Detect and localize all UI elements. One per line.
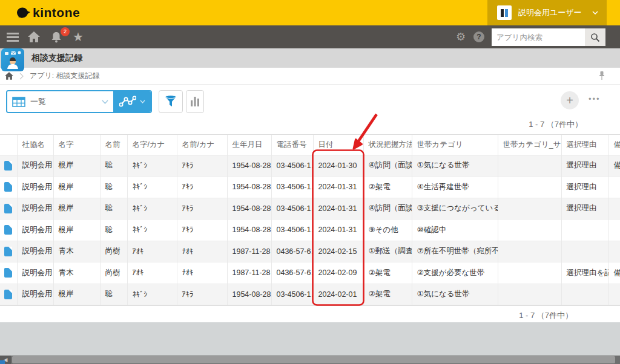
cell: 選択理由 <box>561 198 608 219</box>
table-row: 説明会用根岸聡ﾈｷﾞｼｱｷﾗ1954-08-2803-4506-1…2024-0… <box>0 284 620 305</box>
cell: 根岸 <box>53 284 100 305</box>
more-options-button[interactable]: ••• <box>589 94 601 103</box>
record-detail-icon[interactable] <box>4 204 12 213</box>
record-detail-icon[interactable] <box>4 182 12 192</box>
record-detail-icon[interactable] <box>4 225 12 235</box>
search-icon <box>590 33 600 42</box>
cell: 1987-11-28 <box>227 262 271 284</box>
cell: ②架電 <box>363 177 412 198</box>
home-icon[interactable] <box>23 31 45 42</box>
cell: 1987-11-28 <box>227 241 271 262</box>
cell: 備考 <box>608 262 620 284</box>
cell <box>608 284 620 305</box>
cell: 2024-01-31 <box>313 219 363 241</box>
column-header[interactable]: 備考 <box>608 135 620 155</box>
help-icon[interactable]: ? <box>472 25 486 48</box>
cell <box>608 177 620 198</box>
cell: 聡 <box>100 155 127 177</box>
cell <box>498 262 561 284</box>
bar-chart-icon <box>190 96 200 107</box>
column-header[interactable]: 世帯カテゴリ_サブ <box>498 135 561 155</box>
cell: 03-4506-1… <box>271 177 313 198</box>
cell: 説明会用 <box>17 284 53 305</box>
column-header[interactable]: 名字 <box>53 135 100 155</box>
table-row: 説明会用根岸聡ﾈｷﾞｼｱｷﾗ1954-08-2803-4506-1…2024-0… <box>0 198 620 219</box>
cell <box>498 177 561 198</box>
view-selector-group: 一覧 <box>6 90 152 113</box>
cell: 03-4506-1… <box>271 155 313 177</box>
cell <box>498 284 561 305</box>
cell: 2024-02-01 <box>313 284 363 305</box>
cell: 03-4506-1… <box>271 198 313 219</box>
column-header[interactable]: 生年月日 <box>227 135 271 155</box>
settings-gear-icon[interactable]: ⚙ <box>453 25 469 48</box>
top-header-bar: kintone 説明会用ユーザー <box>0 0 620 25</box>
column-header[interactable]: 選択理由 <box>561 135 608 155</box>
horizontal-scrollbar[interactable]: ◀ <box>0 356 620 364</box>
breadcrumb-app-link[interactable]: アプリ: 相談支援記録 <box>30 71 100 81</box>
record-detail-icon[interactable] <box>4 268 12 278</box>
cell <box>561 219 608 241</box>
cell: 選択理由 <box>561 155 608 177</box>
app-icon[interactable] <box>1 48 24 71</box>
cell <box>608 198 620 219</box>
breadcrumb: アプリ: 相談支援記録 <box>0 68 620 85</box>
record-count-bottom: 1 - 7 （7件中） <box>519 310 573 321</box>
graph-view-button[interactable] <box>113 91 151 112</box>
column-header[interactable]: 日付 <box>313 135 363 155</box>
record-icon-cell <box>0 241 17 262</box>
cell: 聡 <box>100 198 127 219</box>
record-detail-icon[interactable] <box>4 161 12 171</box>
cell: 03-4506-1… <box>271 219 313 241</box>
column-header[interactable]: 名前/カナ <box>177 135 227 155</box>
cell: ②架電 <box>363 262 412 284</box>
filter-button[interactable] <box>159 90 183 113</box>
search-button[interactable] <box>585 28 605 46</box>
cell: 説明会用 <box>17 241 53 262</box>
cell: 1954-08-28 <box>227 177 271 198</box>
cell <box>498 241 561 262</box>
record-detail-icon[interactable] <box>4 290 12 299</box>
cell: 根岸 <box>53 219 100 241</box>
column-header[interactable]: 社協名 <box>17 135 53 155</box>
record-icon-cell <box>0 155 17 177</box>
bottom-count-bar: 1 - 7 （7件中） <box>0 305 620 322</box>
cell: 尚樹 <box>100 262 127 284</box>
scrollbar-thumb[interactable] <box>12 356 615 363</box>
cell: ②支援が必要な世帯 <box>412 262 498 284</box>
cell: 2024-01-31 <box>313 177 363 198</box>
column-header[interactable]: 名前 <box>100 135 127 155</box>
record-icon-cell <box>0 198 17 219</box>
pin-icon[interactable] <box>598 71 605 82</box>
column-header[interactable]: 名字/カナ <box>127 135 177 155</box>
cell: 根岸 <box>53 155 100 177</box>
column-header[interactable]: 電話番号 <box>271 135 313 155</box>
menu-icon[interactable] <box>2 33 23 42</box>
filter-funnel-icon <box>164 95 177 108</box>
chevron-down-icon <box>102 100 108 104</box>
add-record-button[interactable]: + <box>561 91 579 109</box>
record-detail-icon[interactable] <box>4 247 12 256</box>
app-title: 相談支援記録 <box>31 53 82 63</box>
kintone-logo[interactable]: kintone <box>16 4 80 21</box>
cell <box>498 219 561 241</box>
cell: ﾈｷﾞｼ <box>127 198 177 219</box>
cell <box>498 155 561 177</box>
app-search-input[interactable] <box>492 28 585 46</box>
view-toolbar: 一覧 + ••• <box>0 85 620 119</box>
cell: 説明会用 <box>17 262 53 284</box>
table-header-row: 社協名名字名前名字/カナ名前/カナ生年月日電話番号日付状況把握方法世帯カテゴリ世… <box>0 135 620 155</box>
chart-button[interactable] <box>186 90 204 113</box>
portal-home-icon[interactable] <box>5 72 13 80</box>
column-header[interactable]: 世帯カテゴリ <box>412 135 498 155</box>
record-icon-cell <box>0 262 17 284</box>
favorites-star-icon[interactable]: ★ <box>68 30 88 44</box>
chevron-down-icon <box>592 11 598 15</box>
cell: 説明会用 <box>17 198 53 219</box>
notifications-bell-icon[interactable]: 2 <box>45 31 68 43</box>
column-header[interactable]: 状況把握方法 <box>363 135 412 155</box>
view-select-dropdown[interactable]: 一覧 <box>7 91 113 112</box>
cell: ｱｷﾗ <box>177 155 227 177</box>
user-menu[interactable]: 説明会用ユーザー <box>487 0 607 25</box>
cell: ④生活再建世帯 <box>412 177 498 198</box>
